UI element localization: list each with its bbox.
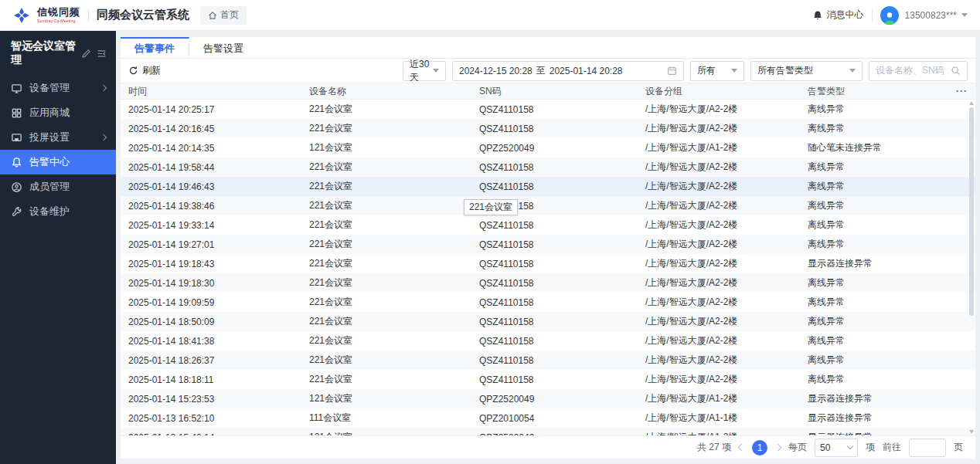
table-cell: /上海/智远大厦/A2-2楼 bbox=[645, 218, 808, 232]
table-row[interactable]: 2025-01-14 20:25:17221会议室QSZ4110158/上海/智… bbox=[121, 100, 975, 119]
table-cell: 2025-01-14 19:27:01 bbox=[128, 239, 309, 250]
current-page-button[interactable]: 1 bbox=[752, 440, 767, 456]
content-card: 告警事件 告警设置 刷新 近30天 2024-12-15 20:28 至 202… bbox=[121, 37, 975, 459]
goto-page-input[interactable] bbox=[909, 439, 946, 457]
table-cell: /上海/智远大厦/A2-2楼 bbox=[645, 238, 808, 251]
next-page-icon[interactable] bbox=[774, 444, 782, 452]
table-row[interactable]: 2025-01-14 19:27:01221会议室QSZ4110158/上海/智… bbox=[121, 235, 975, 254]
date-start: 2024-12-15 20:28 bbox=[459, 66, 533, 76]
table-cell: /上海/智远大厦/A2-2楼 bbox=[645, 334, 808, 347]
collapse-sidebar-icon[interactable] bbox=[97, 49, 107, 59]
table-row[interactable]: 2025-01-14 19:38:46221会议室QSZ4110158/上海/智… bbox=[121, 196, 975, 215]
page-size-select[interactable]: 50 bbox=[815, 439, 858, 457]
table-row[interactable]: 2025-01-13 16:52:10111会议室QPZ2010054/上海/智… bbox=[121, 408, 975, 428]
user-caret-down-icon[interactable] bbox=[961, 13, 968, 17]
table-row[interactable]: 2025-01-14 20:14:35121会议室QPZ2520049/上海/智… bbox=[121, 138, 975, 157]
sidebar-item-label: 告警中心 bbox=[29, 155, 70, 169]
table-cell: 121会议室 bbox=[309, 431, 479, 435]
table-cell: 离线异常 bbox=[808, 315, 975, 328]
sidebar-item-1[interactable]: 应用商城 bbox=[0, 100, 116, 125]
vertical-scrollbar[interactable] bbox=[968, 100, 975, 435]
table-row[interactable]: 2025-01-14 18:18:11221会议室QSZ4110158/上海/智… bbox=[121, 370, 975, 389]
table-cell: 221会议室 bbox=[309, 199, 479, 212]
message-center-button[interactable]: 消息中心 bbox=[812, 8, 864, 22]
bell-icon bbox=[812, 10, 823, 21]
table-cell: QPZ2520049 bbox=[479, 394, 645, 405]
sidebar-item-3[interactable]: 告警中心 bbox=[0, 150, 116, 174]
table-row[interactable]: 2025-01-14 15:23:53121会议室QPZ2520049/上海/智… bbox=[121, 389, 975, 408]
chevron-right-icon bbox=[100, 134, 107, 141]
tab-alarm-events[interactable]: 告警事件 bbox=[121, 37, 189, 58]
username[interactable]: 13500823*** bbox=[905, 10, 957, 21]
brand-slogan: Sundray Co-Meeting bbox=[37, 19, 76, 22]
scroll-down-icon[interactable] bbox=[969, 430, 974, 434]
table-row[interactable]: 2025-01-14 18:26:37221会议室QSZ4110158/上海/智… bbox=[121, 351, 975, 370]
table-cell: 2025-01-14 18:50:09 bbox=[128, 317, 309, 327]
table-cell: 221会议室 bbox=[309, 296, 479, 309]
sidebar-menu: 设备管理应用商城投屏设置告警中心成员管理设备维护 bbox=[0, 76, 116, 224]
topbar-right: 消息中心 13500823*** bbox=[812, 6, 968, 25]
search-input[interactable]: 设备名称、SN码 bbox=[869, 61, 968, 81]
table-row[interactable]: 2025-01-14 19:58:44221会议室QSZ4110158/上海/智… bbox=[121, 157, 975, 177]
table-cell: QSZ4110158 bbox=[479, 181, 645, 192]
table-row[interactable]: 2025-01-14 19:33:14221会议室QSZ4110158/上海/智… bbox=[121, 215, 975, 235]
table-cell: /上海/智远大厦/A2-2楼 bbox=[645, 276, 808, 290]
tab-alarm-settings[interactable]: 告警设置 bbox=[189, 37, 257, 58]
table-row[interactable]: 2025-01-14 19:18:43221会议室QSZ4110158/上海/智… bbox=[121, 254, 975, 273]
screen-cast-icon bbox=[11, 132, 22, 144]
sidebar-item-label: 投屏设置 bbox=[29, 130, 70, 144]
brand-name: 信锐同频 bbox=[37, 7, 80, 17]
date-range-picker[interactable]: 2024-12-15 20:28 至 2025-01-14 20:28 bbox=[452, 61, 684, 81]
table-cell: /上海/智远大厦/A1-2楼 bbox=[645, 141, 808, 154]
table-cell: /上海/智远大厦/A2-2楼 bbox=[645, 199, 808, 212]
table-cell: 2025-01-14 20:25:17 bbox=[128, 104, 309, 115]
divider bbox=[872, 8, 873, 22]
table-cell: /上海/智远大厦/A2-2楼 bbox=[645, 296, 808, 309]
refresh-button[interactable]: 刷新 bbox=[128, 64, 161, 77]
total-count: 共 27 项 bbox=[697, 441, 731, 454]
sidebar-item-5[interactable]: 设备维护 bbox=[0, 199, 116, 224]
table-row[interactable]: 2025-01-14 18:50:09221会议室QSZ4110158/上海/智… bbox=[121, 312, 975, 331]
device-name-tooltip: 221会议室 bbox=[464, 199, 518, 215]
sidebar-item-label: 成员管理 bbox=[29, 180, 70, 194]
edit-pencil-icon[interactable] bbox=[81, 49, 91, 59]
table-row[interactable]: 2025-01-14 20:16:45221会议室QSZ4110158/上海/智… bbox=[121, 119, 975, 138]
refresh-icon bbox=[128, 66, 138, 76]
table-cell: 2025-01-13 15:42:14 bbox=[128, 432, 309, 436]
scrollbar-thumb[interactable] bbox=[969, 107, 974, 316]
table-row[interactable]: 2025-01-14 19:46:43221会议室QSZ4110158/上海/智… bbox=[121, 177, 975, 196]
table-cell: 显示器连接异常 bbox=[808, 431, 975, 435]
table-cell: 2025-01-14 15:23:53 bbox=[128, 394, 309, 405]
table-cell: QSZ4110158 bbox=[479, 239, 645, 250]
sidebar-item-label: 设备管理 bbox=[29, 81, 70, 95]
scroll-up-icon[interactable] bbox=[969, 101, 974, 105]
toolbar: 刷新 近30天 2024-12-15 20:28 至 2025-01-14 20… bbox=[121, 59, 975, 83]
type-select-value: 所有告警类型 bbox=[757, 64, 813, 77]
device-group-select[interactable]: 所有 bbox=[690, 61, 744, 81]
table-row[interactable]: 2025-01-14 19:09:59221会议室QSZ4110158/上海/智… bbox=[121, 293, 975, 312]
home-button[interactable]: 首页 bbox=[200, 6, 247, 25]
col-alarm-type: 告警类型 bbox=[808, 85, 975, 98]
topbar: 信锐同频 Sundray Co-Meeting 同频会议云管系统 首页 消息中心… bbox=[0, 0, 980, 31]
table-row[interactable]: 2025-01-14 18:41:38221会议室QSZ4110158/上海/智… bbox=[121, 331, 975, 351]
sidebar-item-2[interactable]: 投屏设置 bbox=[0, 125, 116, 150]
table-cell: 随心笔未连接异常 bbox=[808, 141, 975, 154]
date-preset-select[interactable]: 近30天 bbox=[403, 61, 446, 81]
sidebar-item-0[interactable]: 设备管理 bbox=[0, 76, 116, 100]
table-cell: 2025-01-14 19:18:43 bbox=[128, 259, 309, 269]
sidebar-item-label: 应用商城 bbox=[29, 106, 70, 120]
table-cell: /上海/智远大厦/A2-2楼 bbox=[645, 373, 808, 386]
table-row[interactable]: 2025-01-14 19:18:30221会议室QSZ4110158/上海/智… bbox=[121, 273, 975, 293]
prev-page-icon[interactable] bbox=[738, 444, 746, 452]
members-icon bbox=[11, 181, 22, 193]
sidebar-item-4[interactable]: 成员管理 bbox=[0, 174, 116, 199]
user-avatar[interactable] bbox=[880, 6, 899, 25]
table-cell: 2025-01-14 19:18:30 bbox=[128, 278, 309, 289]
table-cell: 离线异常 bbox=[808, 354, 975, 367]
alarm-type-select[interactable]: 所有告警类型 bbox=[750, 61, 863, 81]
sundray-logo-icon bbox=[12, 6, 31, 25]
table-row[interactable]: 2025-01-13 15:42:14121会议室QPZ2520049/上海/智… bbox=[121, 428, 975, 435]
column-settings-button[interactable]: ··· bbox=[956, 83, 968, 99]
table-cell: 2025-01-14 19:09:59 bbox=[128, 297, 309, 308]
sidebar-header: 智远会议室管理 bbox=[0, 40, 116, 66]
